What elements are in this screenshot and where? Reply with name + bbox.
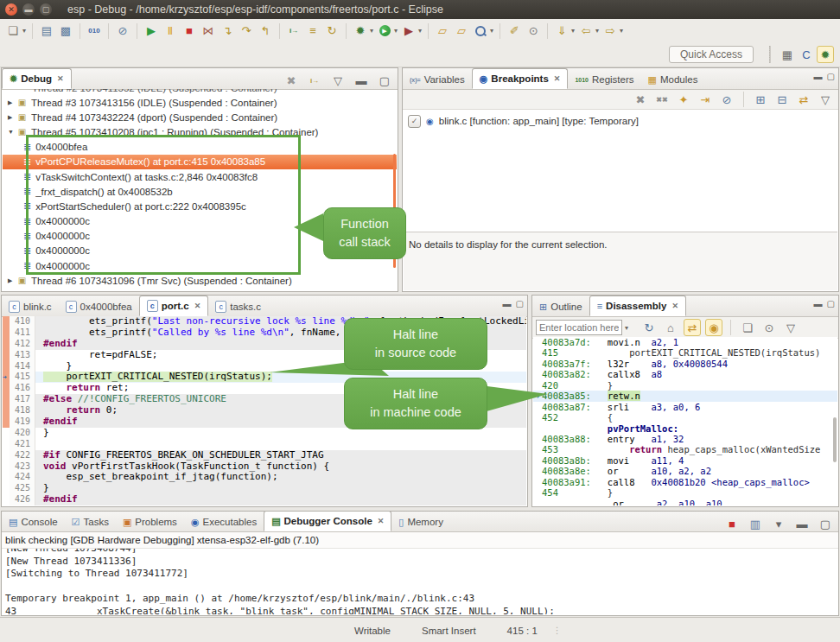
tab-disassembly[interactable]: ≡Disassembly✕ [589,296,686,316]
disassembly-scrollbar-thumb[interactable] [833,417,837,462]
last-edit-location-dropdown-icon[interactable]: ▾ [571,27,575,35]
window-maximize-button[interactable]: ▢ [40,3,52,16]
tab-memory[interactable]: ▯Memory [391,512,450,531]
maximize-icon[interactable]: ▢ [817,515,834,532]
expand-all-icon[interactable]: ⊞ [752,91,769,108]
thread-row[interactable]: ▶▣Thread #6 1073431096 (Tmr Svc) (Suspen… [3,273,397,288]
stack-frame-row[interactable]: ≣vPortCPUReleaseMutex() at port.c:415 0x… [3,155,397,169]
restart-icon[interactable]: ↻ [323,22,340,40]
location-input[interactable] [536,320,622,335]
code-line[interactable]: 421 [3,439,526,450]
tab-0x4000bfea[interactable]: c0x4000bfea [59,297,139,316]
last-edit-location-icon[interactable]: ⇓ [553,22,570,40]
terminate-icon[interactable]: ■ [723,515,741,532]
pin-view-icon[interactable]: ⊙ [760,319,778,336]
home-icon[interactable]: ⌂ [662,319,679,336]
mark-occurrences-icon[interactable]: ✐ [506,22,523,40]
display-selected-console-icon[interactable]: ▥ [747,515,764,532]
expand-arrow-icon[interactable]: ▶ [8,277,16,284]
run-icon[interactable]: ▶ [376,22,393,40]
step-over-icon[interactable]: ↷ [238,22,255,40]
thread-row[interactable]: ▼▣Thread #5 1073410208 (ipc1 : Running) … [3,124,397,139]
tab-breakpoints[interactable]: ◉Breakpoints✕ [472,68,569,89]
open-resource-icon[interactable]: ▱ [453,22,470,40]
window-close-button[interactable]: ✕ [5,3,17,16]
tab-outline[interactable]: ⊞Outline [532,297,589,316]
remove-all-terminated-icon[interactable]: ✖ [283,72,300,89]
disassembly-line[interactable]: 40083a91: call8 0x40081b20 <heap_caps_ma… [533,477,837,487]
terminate-icon[interactable]: ■ [181,22,198,40]
external-tools-dropdown-icon[interactable]: ▾ [418,27,422,35]
tab-console[interactable]: ▤Console [2,512,65,531]
remove-breakpoint-icon[interactable]: ✖ [632,91,649,108]
window-minimize-button[interactable]: ▬ [22,3,35,16]
show-breakpoints-supported-icon[interactable]: ✦ [675,91,692,108]
stack-frame-row[interactable]: ≣0x4000000c [3,258,397,273]
instruction-stepping-mode-icon[interactable]: i→ [306,72,323,89]
open-console-dropdown-icon[interactable]: ▾ [770,515,787,532]
code-line[interactable]: 423void vPortFirstTaskHook(TaskFunction_… [3,461,526,473]
expand-arrow-icon[interactable]: ▶ [8,99,16,106]
minimize-icon[interactable]: ▬ [793,515,811,532]
step-return-icon[interactable]: ↰ [257,22,274,40]
go-to-file-icon[interactable]: ⇥ [697,91,714,108]
disassembly-line[interactable]: 40083a8b: movi a11, 4 [533,455,837,466]
tab-registers[interactable]: 1010Registers [568,70,640,89]
open-element-icon[interactable]: ▱ [434,22,451,40]
maximize-icon[interactable]: ▢ [827,72,835,81]
view-menu-icon[interactable]: ▽ [782,319,799,336]
minimize-icon[interactable]: ▬ [814,299,823,308]
disassembly-line[interactable]: 40083a88: entry a1, 32 [533,434,837,444]
minimize-icon[interactable]: ▬ [814,72,823,81]
back-dropdown-icon[interactable]: ▾ [595,27,599,35]
tab-modules[interactable]: ▦Modules [641,70,705,89]
save-icon[interactable]: ▤ [38,22,55,40]
code-line[interactable]: 424 esp_set_breakpoint_if_jtag(function)… [3,472,526,483]
track-expression-icon[interactable]: ◉ [705,319,722,336]
disassembly-line[interactable]: 40083a7d: movi.n a2, 1 [533,337,837,347]
disassembly-line[interactable]: 40083a85: retw.n [533,391,837,401]
disassembly-line[interactable]: pvPortMalloc: [533,423,837,434]
instruction-stepping-icon[interactable]: i→ [285,22,302,40]
tab-debug[interactable]: ✹Debug✕ [2,68,72,89]
thread-row[interactable]: ▶▣Thread #4 1073432224 (dport) (Suspende… [3,110,397,124]
search-dropdown-icon[interactable]: ▾ [490,27,493,35]
code-line[interactable]: 422#if CONFIG_FREERTOS_BREAK_ON_SCHEDULE… [3,450,526,461]
open-new-view-icon[interactable]: ❏ [739,319,756,336]
thread-row[interactable]: Thread #2 1073411552 (IDLE) (Suspended :… [3,89,397,95]
view-menu-icon[interactable]: ▽ [329,72,347,89]
thread-row[interactable]: ▶▣Thread #3 1073413156 (IDLE) (Suspended… [3,95,397,110]
tab-problems[interactable]: ▣Problems [116,512,184,531]
binary-display-icon[interactable]: 010 [86,22,103,40]
tab-executables[interactable]: ◉Executables [184,512,264,531]
skip-all-breakpoints-icon[interactable]: ⊘ [114,22,131,40]
code-line[interactable]: 425} [3,483,526,494]
close-tab-icon[interactable]: ✕ [554,74,561,83]
tab-tasks[interactable]: ☑Tasks [65,512,116,531]
disassembly-code-area[interactable]: 40083a7d: movi.n a2, 1415 portEXIT_CRITI… [533,337,837,505]
sync-with-context-icon[interactable]: ⇄ [684,319,701,336]
maximize-icon[interactable]: ▢ [827,299,835,308]
disassembly-line[interactable]: 415 portEXIT_CRITICAL_NESTED(irqStatus) [533,347,837,358]
disassembly-line[interactable]: 453 return heap_caps_malloc(xWantedSize [533,444,837,454]
code-line[interactable]: 426#endif [3,494,526,505]
disassembly-line[interactable]: 40083a82: callx8 a8 [533,369,837,379]
tab-blink-c[interactable]: cblink.c [2,297,59,316]
view-menu-icon[interactable]: ▽ [817,91,834,108]
tab-debugger-console[interactable]: ▤Debugger Console✕ [264,511,391,531]
search-icon[interactable] [472,22,489,40]
stack-frame-row[interactable]: ≣vTaskSwitchContext() at tasks.c:2,846 0… [3,169,397,184]
resume-icon[interactable]: ▶ [143,22,160,40]
close-tab-icon[interactable]: ✕ [194,302,201,310]
disconnect-icon[interactable]: ⋈ [200,22,217,40]
stack-frame-row[interactable]: ≣0x4000bfea [3,140,397,155]
maximize-icon[interactable]: ▢ [516,299,524,308]
remove-all-breakpoints-icon[interactable]: ✖✖ [653,91,671,108]
debug-icon[interactable]: ✹ [352,22,369,40]
forward-icon[interactable]: ⇨ [601,22,619,40]
expand-arrow-icon[interactable]: ▶ [8,114,16,121]
breakpoint-list-item[interactable]: ✓ ◉ blink.c [function: app_main] [type: … [403,113,838,129]
close-tab-icon[interactable]: ✕ [671,302,678,310]
disassembly-line[interactable]: 420 } [533,380,837,391]
debug-perspective-icon[interactable]: ✹ [817,46,834,63]
